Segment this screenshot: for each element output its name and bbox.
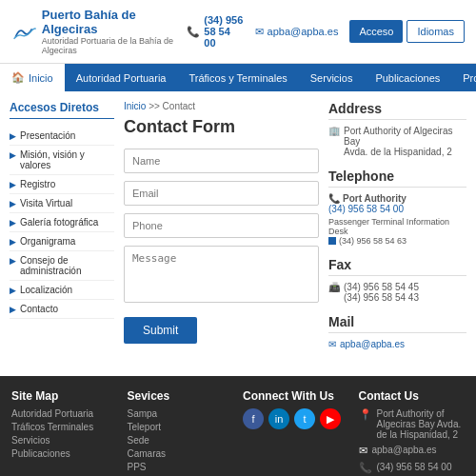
- service-link-1[interactable]: Teleport: [128, 422, 234, 432]
- footer-connect: Connect With Us f in t ▶: [243, 389, 349, 476]
- sidebar-item-localizacion[interactable]: ▶ Localización: [10, 281, 114, 300]
- email-input[interactable]: [124, 181, 319, 206]
- nav-label-traficos: Tráficos y Terminales: [188, 72, 287, 84]
- sidebar-label: Misión, visión y valores: [20, 149, 114, 170]
- footer-contact-phone: 📞 (34) 956 58 54 00: [359, 462, 466, 474]
- logo-text-area: Puerto Bahía de Algeciras Autoridad Port…: [42, 8, 187, 55]
- header-phone-number: (34) 956 58 54 00: [204, 14, 243, 49]
- arrow-icon: ▶: [10, 150, 16, 160]
- arrow-icon: ▶: [10, 131, 16, 141]
- map-pin-icon: 📍: [359, 408, 372, 421]
- arrow-icon: ▶: [10, 199, 16, 208]
- services-title: Sevices: [128, 389, 234, 403]
- sidebar-item-consejo[interactable]: ▶ Consejo de administración: [10, 251, 114, 281]
- sidebar-label: Presentación: [20, 130, 75, 141]
- footer-email-text[interactable]: apba@apba.es: [372, 445, 437, 455]
- phone-authority-number: (34) 956 58 54 00: [328, 204, 466, 214]
- sidebar-label: Localización: [20, 285, 72, 295]
- footer: Site Map Autoridad Portuaria Tráficos Te…: [0, 376, 476, 476]
- phone-authority-name: 📞 Port Authority: [328, 193, 466, 204]
- logo-title: Puerto Bahía de Algeciras: [42, 8, 187, 36]
- email-field-group: [124, 181, 319, 206]
- nav-label-proyectos: Proyectos: [463, 72, 476, 84]
- sidebar-item-organigrama[interactable]: ▶ Organigrama: [10, 232, 114, 251]
- building-icon: 🏢: [328, 126, 340, 136]
- sidebar-item-contacto[interactable]: ▶ Contacto: [10, 300, 114, 319]
- sitemap-link-0[interactable]: Autoridad Portuaria: [11, 408, 118, 419]
- idiomas-button[interactable]: Idiomas: [407, 20, 465, 43]
- sitemap-link-1[interactable]: Tráficos Terminales: [11, 422, 118, 432]
- arrow-icon: ▶: [10, 180, 16, 189]
- sidebar-title: Accesos Diretos: [10, 101, 114, 119]
- phone-input[interactable]: [124, 213, 319, 238]
- message-field-group: [124, 246, 319, 306]
- service-link-2[interactable]: Sede: [128, 435, 234, 446]
- address-line1: Port Authority of Algeciras Bay: [344, 126, 466, 147]
- nav-item-servicios[interactable]: Servicios: [299, 65, 365, 91]
- youtube-icon[interactable]: ▶: [320, 408, 341, 429]
- breadcrumb-home[interactable]: Inicio: [124, 101, 146, 111]
- center-content: Inicio >> Contact Contact Form Submit: [114, 101, 328, 361]
- phone-number: (34) 956 58 54 00: [328, 204, 404, 214]
- nav-item-traficos[interactable]: Tráficos y Terminales: [177, 65, 298, 91]
- address-text: Port Authority of Algeciras Bay Avda. de…: [344, 126, 466, 157]
- arrow-icon: ▶: [10, 286, 16, 295]
- phone-sub-label: Passenger Terminal Information Desk: [328, 217, 466, 236]
- connect-title: Connect With Us: [243, 389, 349, 403]
- name-input[interactable]: [124, 149, 319, 173]
- twitter-icon[interactable]: t: [294, 408, 315, 429]
- sidebar-label: Organigrama: [20, 236, 75, 247]
- nav-item-proyectos[interactable]: Proyectos: [451, 65, 476, 91]
- address-line2: Avda. de la Hispanidad, 2: [344, 147, 466, 157]
- access-button[interactable]: Acceso: [349, 20, 403, 43]
- fax-num-2: (34) 956 58 54 43: [344, 292, 419, 303]
- mail-section: Mail ✉ apba@apba.es: [328, 314, 466, 349]
- footer-address-text: Port Authority of Algeciras Bay Avda. de…: [377, 408, 466, 440]
- service-link-0[interactable]: Sampa: [128, 408, 234, 419]
- breadcrumb-current: Contact: [163, 101, 195, 111]
- nav-item-publicaciones[interactable]: Publicaciones: [364, 65, 451, 91]
- fax-section: Fax 📠 (34) 956 58 54 45 (34) 956 58 54 4…: [328, 257, 466, 303]
- phone-icon: 📞: [187, 26, 200, 38]
- phone-sub-num-text: (34) 956 58 54 63: [339, 236, 407, 246]
- header-email: ✉ apba@apba.es: [255, 26, 339, 38]
- service-link-3[interactable]: Camaras: [128, 448, 234, 459]
- main-content: Accesos Diretos ▶ Presentación ▶ Misión,…: [0, 91, 476, 370]
- nav-item-inicio[interactable]: 🏠 Inicio: [0, 64, 65, 91]
- sidebar-item-mision[interactable]: ▶ Misión, visión y valores: [10, 146, 114, 175]
- sidebar-label: Galería fotográfica: [20, 217, 98, 228]
- telephone-title: Telephone: [328, 169, 466, 188]
- phone-authority-label: Port Authority: [343, 193, 407, 204]
- footer-phone-text: (34) 956 58 54 00: [377, 462, 452, 472]
- sitemap-link-3[interactable]: Publicaciones: [11, 448, 118, 459]
- header-phone: 📞 (34) 956 58 54 00: [187, 14, 243, 49]
- sitemap-link-2[interactable]: Servicios: [11, 435, 118, 446]
- submit-button[interactable]: Submit: [124, 317, 197, 344]
- sitemap-title: Site Map: [11, 389, 118, 403]
- nav-item-autoridad[interactable]: Autoridad Portuaria: [65, 65, 178, 91]
- sidebar-item-galeria[interactable]: ▶ Galería fotográfica: [10, 213, 114, 232]
- fax-num-1: (34) 956 58 54 45: [344, 282, 419, 292]
- linkedin-icon[interactable]: in: [268, 408, 289, 429]
- address-section: Address 🏢 Port Authority of Algeciras Ba…: [328, 101, 466, 157]
- nav-label-autoridad: Autoridad Portuaria: [76, 72, 167, 84]
- sidebar-item-visita[interactable]: ▶ Visita Virtual: [10, 194, 114, 213]
- mail-content: ✉ apba@apba.es: [328, 339, 466, 349]
- form-title: Contact Form: [124, 117, 319, 137]
- sidebar-item-registro[interactable]: ▶ Registro: [10, 175, 114, 194]
- service-link-4[interactable]: PPS: [128, 462, 234, 472]
- right-panel: Address 🏢 Port Authority of Algeciras Ba…: [328, 101, 466, 361]
- arrow-icon: ▶: [10, 256, 16, 266]
- logo: Puerto Bahía de Algeciras Autoridad Port…: [11, 8, 187, 55]
- footer-contact-title: Contact Us: [359, 389, 466, 403]
- message-input[interactable]: [124, 246, 319, 303]
- facebook-icon[interactable]: f: [243, 408, 264, 429]
- mail-email[interactable]: apba@apba.es: [340, 339, 405, 349]
- fax-numbers: (34) 956 58 54 45 (34) 956 58 54 43: [344, 282, 419, 303]
- arrow-icon: ▶: [10, 237, 16, 247]
- home-icon: 🏠: [11, 71, 25, 84]
- sidebar-label: Visita Virtual: [20, 198, 72, 208]
- sidebar-item-presentacion[interactable]: ▶ Presentación: [10, 127, 114, 146]
- square-icon: [328, 237, 336, 245]
- footer-columns: Site Map Autoridad Portuaria Tráficos Te…: [11, 389, 465, 476]
